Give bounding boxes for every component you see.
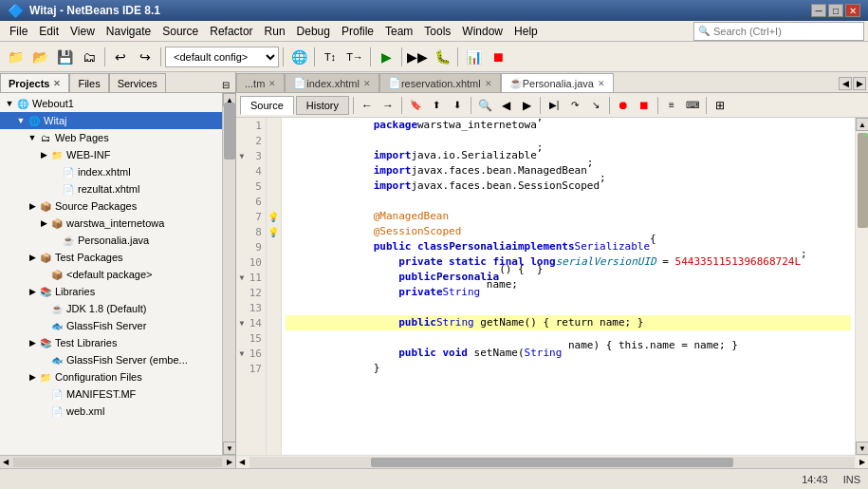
fold-3[interactable]: ▼ [236,148,248,163]
tree-item-witaj[interactable]: ▼ 🌐 Witaj [0,112,222,129]
tree-item-libraries[interactable]: ▶ 📚 Libraries [0,283,222,300]
breakpoint[interactable]: ⏺ [614,96,633,115]
editor-tab-reservationxhtml[interactable]: 📄 reservation.xhtml ✕ [379,73,501,92]
left-hscroll-left[interactable]: ◀ [0,457,11,468]
fold-11[interactable]: ▼ [236,270,248,285]
run-button[interactable]: ▶ [375,46,397,68]
new-project-button[interactable]: 📁 [4,46,27,68]
close-tab-indexxhtml[interactable]: ✕ [363,79,371,88]
menu-team[interactable]: Team [379,23,418,40]
step-into[interactable]: ↘ [586,96,605,115]
search-prev[interactable]: ◀ [496,96,515,115]
menu-run[interactable]: Run [259,23,291,40]
tree-item-manifest[interactable]: 📄 MANIFEST.MF [0,386,222,403]
menu-refactor[interactable]: Refactor [204,23,258,40]
close-tab-personalia[interactable]: ✕ [598,79,605,88]
tab-projects[interactable]: Projects ✕ [0,73,69,92]
menu-profile[interactable]: Profile [336,23,379,40]
tab-source[interactable]: Source [240,96,294,115]
fold-14[interactable]: ▼ [236,315,248,330]
minimize-button[interactable]: ─ [811,4,826,17]
run-to-cursor[interactable]: ▶| [545,96,563,115]
forward-button[interactable]: → [379,96,397,115]
close-projects-tab[interactable]: ✕ [53,79,61,88]
back-button[interactable]: ← [358,96,377,115]
tree-item-warstwa[interactable]: ▶ 📦 warstwa_internetowa [0,215,222,232]
search-box[interactable]: 🔍 [693,22,864,41]
editor-tab-tm[interactable]: ...tm ✕ [236,73,285,92]
close-button[interactable]: ✕ [845,4,860,17]
menu-help[interactable]: Help [508,23,544,40]
menu-file[interactable]: File [4,23,33,40]
step-over[interactable]: ↷ [565,96,584,115]
left-hscroll-track[interactable] [13,458,222,467]
tree-item-glassfish[interactable]: 🐟 GlassFish Server [0,317,222,334]
maximize-left-icon[interactable]: ⊟ [216,78,235,92]
tree-item-jdk[interactable]: ☕ JDK 1.8 (Default) [0,300,222,317]
menu-tools[interactable]: Tools [418,23,456,40]
maximize-button[interactable]: □ [828,4,843,17]
tree-item-webout1[interactable]: ▼ 🌐 Webout1 [0,95,222,112]
redo-button[interactable]: ↪ [134,46,157,68]
left-scroll-thumb[interactable] [224,103,235,160]
tree-item-defaultpackage[interactable]: 📦 <default package> [0,266,222,283]
tab-history[interactable]: History [296,96,349,115]
search-btn[interactable]: 🔍 [475,96,494,115]
editor-tab-indexxhtml[interactable]: 📄 index.xhtml ✕ [285,73,379,92]
run-project-button[interactable]: ▶▶ [406,46,429,68]
save-button[interactable]: 💾 [53,46,76,68]
menu-navigate[interactable]: Navigate [101,23,157,40]
stop-button[interactable]: ⏹ [487,46,509,68]
editor-vscroll[interactable]: ▲ ▼ [855,118,868,455]
undo-button[interactable]: ↩ [109,46,132,68]
fold-16[interactable]: ▼ [236,346,248,361]
left-scroll-down[interactable]: ▼ [223,442,235,455]
editor-scroll-down[interactable]: ▼ [856,442,868,455]
menu-window[interactable]: Window [456,23,508,40]
more-options[interactable]: ⊞ [711,96,729,115]
tree-item-webpages[interactable]: ▼ 🗂 Web Pages [0,129,222,146]
debug-button[interactable]: 🐛 [431,46,453,68]
tree-item-indexxhtml[interactable]: 📄 index.xhtml [0,163,222,180]
save-all-button[interactable]: 🗂 [78,46,101,68]
left-hscroll-right[interactable]: ▶ [224,457,235,468]
search-input[interactable] [713,26,859,37]
close-tab-tm[interactable]: ✕ [268,79,276,88]
stop-debug[interactable]: ⏹ [635,96,654,115]
search-next[interactable]: ▶ [517,96,536,115]
next-bookmark[interactable]: ⬇ [448,96,467,115]
profile-button[interactable]: 📊 [462,46,485,68]
prev-bookmark[interactable]: ⬆ [427,96,446,115]
tree-item-glassfishembed[interactable]: 🐟 GlassFish Server (embe... [0,351,222,368]
menu-edit[interactable]: Edit [33,23,65,40]
tree-item-personalia[interactable]: ☕ Personalia.java [0,232,222,249]
menu-view[interactable]: View [65,23,101,40]
tab-services[interactable]: Services [109,73,166,92]
tree-item-webinf[interactable]: ▶ 📁 WEB-INF [0,146,222,163]
tree-item-sourcepackages[interactable]: ▶ 📦 Source Packages [0,197,222,215]
format-code[interactable]: ⌨ [683,96,702,115]
toggle-bookmark[interactable]: 🔖 [406,96,425,115]
template-button[interactable]: T→ [343,46,366,68]
tree-item-rezultatxhtml[interactable]: 📄 rezultat.xhtml [0,180,222,197]
format-button[interactable]: T↕ [319,46,342,68]
hscroll-thumb[interactable] [371,458,734,467]
hscroll-left[interactable]: ◀ [236,457,248,468]
editor-tab-scroll-right[interactable]: ▶ [853,77,866,90]
code-content[interactable]: package warstwa_internetowa; import java… [282,118,855,455]
tree-item-configfiles[interactable]: ▶ 📁 Configuration Files [0,368,222,386]
editor-scroll-up[interactable]: ▲ [856,118,868,131]
hscroll-track[interactable] [249,457,855,468]
tree-item-testpackages[interactable]: ▶ 📦 Test Packages [0,249,222,266]
editor-tab-scroll-left[interactable]: ◀ [839,77,852,90]
hscroll-right[interactable]: ▶ [857,457,868,468]
indent-btn[interactable]: ≡ [662,96,681,115]
tree-item-testlibraries[interactable]: ▶ 📚 Test Libraries [0,334,222,351]
editor-vscroll-thumb[interactable] [858,133,868,228]
tab-files[interactable]: Files [69,73,108,92]
menu-debug[interactable]: Debug [291,23,336,40]
tree-item-webxml[interactable]: 📄 web.xml [0,403,222,420]
left-panel-scrollbar[interactable]: ▲ ▼ [222,93,235,455]
open-project-button[interactable]: 📂 [28,46,51,68]
hint-icon-8[interactable]: 💡 [268,227,279,237]
